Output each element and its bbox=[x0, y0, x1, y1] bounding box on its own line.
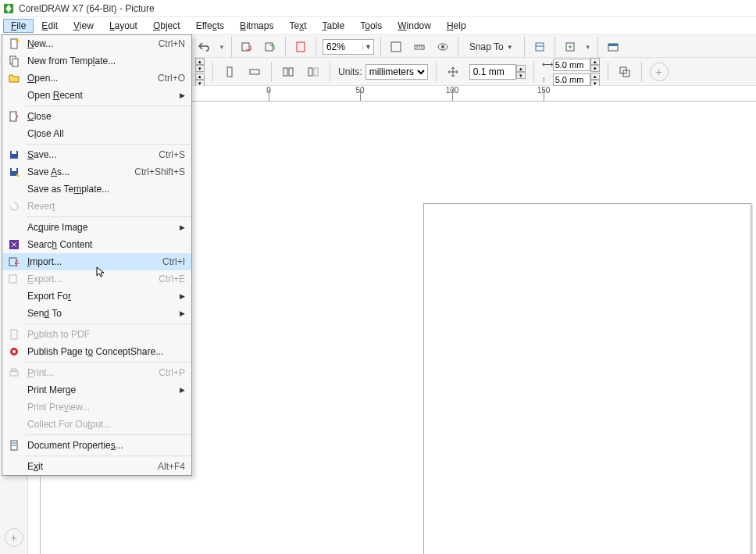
portrait-button[interactable] bbox=[221, 63, 238, 80]
export-button[interactable] bbox=[262, 38, 279, 55]
svg-rect-11 bbox=[536, 43, 544, 51]
preview-button[interactable] bbox=[434, 38, 451, 55]
menu-item-save[interactable]: Save...Ctrl+S bbox=[2, 146, 191, 163]
add-button[interactable]: + bbox=[650, 63, 669, 81]
units-dropdown[interactable]: millimeters bbox=[366, 64, 428, 80]
landscape-button[interactable] bbox=[246, 63, 263, 80]
menu-item-send-to[interactable]: Send To▶ bbox=[2, 305, 191, 322]
duplicate-distance: ⟷▴▾ ↕▴▾ bbox=[542, 58, 600, 87]
separator bbox=[271, 62, 272, 82]
zoom-dropdown-icon[interactable]: ▼ bbox=[362, 43, 373, 51]
svg-point-39 bbox=[12, 350, 16, 353]
svg-rect-28 bbox=[12, 59, 18, 66]
separator bbox=[436, 62, 437, 82]
menu-file[interactable]: File bbox=[3, 19, 34, 33]
menu-text[interactable]: Text bbox=[281, 19, 314, 33]
title-bar: CorelDRAW X7 (64-Bit) - Picture bbox=[0, 0, 756, 17]
menu-item-exit[interactable]: ExitAlt+F4 bbox=[2, 458, 191, 475]
svg-rect-4 bbox=[391, 42, 401, 52]
menu-item-new[interactable]: New...Ctrl+N bbox=[2, 35, 191, 52]
separator bbox=[597, 37, 598, 57]
treat-as-filled-button[interactable] bbox=[616, 63, 633, 80]
revert-icon bbox=[2, 200, 26, 213]
menu-separator bbox=[26, 362, 191, 363]
new-icon bbox=[2, 38, 26, 50]
menu-view[interactable]: View bbox=[66, 19, 102, 33]
menu-separator bbox=[26, 216, 191, 217]
svg-point-26 bbox=[16, 39, 19, 42]
menu-item-revert: Revert bbox=[2, 198, 191, 215]
menu-item-save-as-template[interactable]: Save as Template... bbox=[2, 180, 191, 198]
menu-layout[interactable]: Layout bbox=[102, 19, 145, 33]
separator bbox=[330, 62, 330, 82]
menu-item-print: Print...Ctrl+P bbox=[2, 364, 191, 381]
separator bbox=[380, 37, 381, 57]
submenu-arrow-icon: ▶ bbox=[180, 91, 185, 99]
separator bbox=[555, 37, 555, 57]
svg-rect-31 bbox=[12, 151, 16, 154]
menu-edit[interactable]: Edit bbox=[34, 19, 66, 33]
menu-item-export-for[interactable]: Export For▶ bbox=[2, 288, 191, 305]
separator bbox=[212, 62, 213, 82]
menu-bitmaps[interactable]: Bitmaps bbox=[232, 19, 281, 33]
import-button[interactable] bbox=[238, 38, 255, 55]
menu-window[interactable]: Window bbox=[390, 19, 439, 33]
import-icon bbox=[2, 256, 26, 268]
page-boundary bbox=[423, 203, 751, 554]
fullscreen-button[interactable] bbox=[387, 38, 405, 55]
save-icon bbox=[2, 148, 26, 161]
nudge-input[interactable] bbox=[469, 64, 516, 80]
current-page-button[interactable] bbox=[305, 63, 322, 80]
menu-item-acquire-image[interactable]: Acquire Image▶ bbox=[2, 219, 191, 236]
menu-item-open[interactable]: Open...Ctrl+O bbox=[2, 70, 191, 87]
app-button[interactable] bbox=[604, 38, 622, 55]
dup-y-input[interactable] bbox=[553, 73, 590, 86]
show-rulers-button[interactable] bbox=[411, 38, 428, 55]
undo-button[interactable] bbox=[195, 38, 212, 55]
dup-x-input[interactable] bbox=[553, 59, 590, 71]
app-logo-icon bbox=[3, 3, 14, 14]
options-button[interactable] bbox=[531, 38, 548, 55]
menu-item-print-merge[interactable]: Print Merge▶ bbox=[2, 381, 191, 399]
menu-tools[interactable]: Tools bbox=[352, 19, 390, 33]
svg-rect-40 bbox=[10, 371, 18, 376]
svg-rect-15 bbox=[608, 44, 618, 46]
pdf-icon bbox=[2, 328, 26, 341]
menu-object[interactable]: Object bbox=[145, 19, 188, 33]
publish-pdf-button[interactable] bbox=[292, 38, 309, 55]
menu-item-publish-conceptshare[interactable]: Publish Page to ConceptShare... bbox=[2, 343, 191, 360]
svg-rect-35 bbox=[9, 258, 16, 266]
menu-table[interactable]: Table bbox=[315, 19, 353, 33]
menu-separator bbox=[26, 105, 191, 106]
menu-effects[interactable]: Effects bbox=[188, 19, 232, 33]
menu-item-new-from-template[interactable]: New from Template... bbox=[2, 52, 191, 70]
page-size-spinners[interactable]: ▴▾ ▴▾ bbox=[195, 58, 205, 87]
menu-item-save-as[interactable]: Save As...Ctrl+Shift+S bbox=[2, 163, 191, 180]
snap-to-dropdown[interactable]: Snap To ▼ bbox=[465, 41, 518, 52]
launch-button[interactable] bbox=[562, 38, 579, 55]
menu-item-search-content[interactable]: Search Content bbox=[2, 236, 191, 253]
menu-item-close[interactable]: Close bbox=[2, 108, 191, 125]
launch-dropdown-icon[interactable]: ▼ bbox=[585, 44, 591, 51]
search-icon bbox=[2, 238, 26, 251]
zoom-input[interactable] bbox=[323, 40, 362, 54]
units-selector: Units: millimeters bbox=[338, 64, 428, 80]
menu-item-open-recent[interactable]: Open Recent▶ bbox=[2, 87, 191, 104]
template-icon bbox=[2, 55, 26, 67]
export-icon bbox=[2, 273, 26, 285]
undo-dropdown-icon[interactable]: ▼ bbox=[219, 44, 225, 51]
zoom-level-combo[interactable]: ▼ bbox=[323, 39, 374, 55]
print-icon bbox=[2, 366, 26, 379]
menu-item-document-properties[interactable]: Document Properties... bbox=[2, 437, 191, 454]
all-pages-button[interactable] bbox=[280, 63, 297, 80]
nudge-icon bbox=[444, 63, 462, 80]
menu-item-close-all[interactable]: Close All bbox=[2, 125, 191, 142]
menu-separator bbox=[26, 434, 191, 435]
menu-item-import[interactable]: Import...Ctrl+I bbox=[2, 253, 191, 270]
svg-rect-41 bbox=[12, 369, 16, 371]
svg-rect-33 bbox=[12, 168, 16, 171]
menu-help[interactable]: Help bbox=[439, 19, 474, 33]
separator bbox=[231, 37, 232, 57]
add-tool-button[interactable]: + bbox=[5, 528, 23, 547]
nudge-distance[interactable]: ▴▾ bbox=[469, 64, 526, 80]
